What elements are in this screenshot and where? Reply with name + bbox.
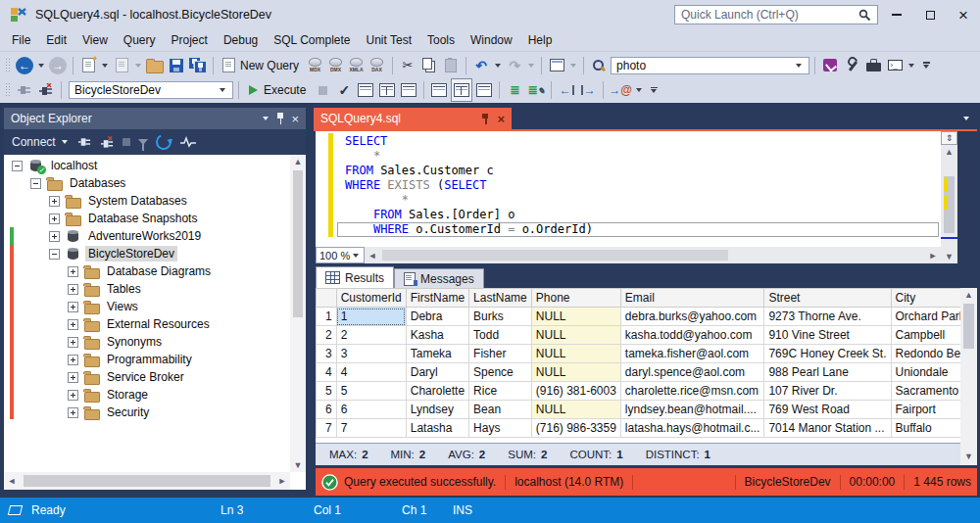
window-layout-button[interactable] (547, 55, 566, 76)
grid-cell[interactable]: Lyndsey (406, 401, 468, 419)
grid-cell[interactable]: Uniondale (891, 363, 960, 382)
grid-cell[interactable]: Kasha (406, 326, 468, 345)
tree-item-views[interactable]: Views (4, 298, 290, 315)
tab-sqlquery4[interactable]: SQLQuery4.sql × (314, 108, 512, 129)
grid-cell[interactable]: 107 River Dr. (764, 382, 891, 401)
toolbar-dmx-query-button[interactable]: DMX (325, 55, 346, 76)
database-combo[interactable]: BicycleStoreDev (69, 81, 233, 99)
comment-button[interactable]: ≣ (505, 79, 524, 101)
scroll-up-icon[interactable]: ▲ (941, 145, 957, 159)
tree-item-adventureworks2019[interactable]: AdventureWorks2019 (4, 227, 290, 245)
column-header-city[interactable]: City (891, 289, 960, 308)
menu-item-project[interactable]: Project (164, 30, 216, 50)
toolbar-xmla-query-button[interactable]: XMLA (346, 55, 367, 76)
grid-cell[interactable]: NULL (531, 345, 620, 363)
results-to-text-button[interactable] (429, 79, 449, 101)
tree-item-programmability[interactable]: Programmability (4, 351, 290, 368)
column-header-phone[interactable]: Phone (531, 289, 620, 308)
grid-cell[interactable]: (716) 986-3359 (531, 419, 620, 438)
row-number-cell[interactable]: 5 (317, 382, 337, 401)
column-header-customerid[interactable]: CustomerId (336, 289, 406, 308)
scroll-down-icon[interactable]: ▼ (960, 450, 977, 463)
expand-icon[interactable] (68, 355, 78, 365)
row-number-cell[interactable]: 1 (317, 308, 337, 326)
grid-cell[interactable]: Latasha (406, 419, 468, 438)
column-header-email[interactable]: Email (620, 289, 764, 308)
new-project-button[interactable]: ✦ (78, 55, 98, 76)
execute-button[interactable]: Execute (244, 79, 311, 101)
expand-icon[interactable] (68, 337, 78, 348)
query-options-button[interactable] (377, 79, 397, 101)
grid-cell[interactable]: Hays (469, 419, 532, 438)
tree-item-database-snapshots[interactable]: Database Snapshots (4, 210, 290, 227)
expand-icon[interactable] (49, 214, 60, 224)
menu-item-debug[interactable]: Debug (216, 30, 266, 50)
grid-cell[interactable]: 769 West Road (764, 401, 891, 419)
expand-icon[interactable] (49, 196, 60, 207)
grid-cell[interactable]: Redondo Be (891, 345, 960, 363)
grid-cell[interactable]: Todd (469, 326, 532, 345)
parse-button[interactable]: ✓ (334, 79, 354, 101)
tree-item-tables[interactable]: Tables (4, 280, 290, 298)
grid-cell[interactable]: 769C Honey Creek St. (764, 345, 891, 363)
grid-cell[interactable]: Orchard Park (891, 308, 960, 326)
tree-horizontal-scrollbar[interactable]: ◄ ► (4, 472, 290, 490)
grid-cell[interactable]: Fisher (469, 345, 532, 363)
back-dropdown-icon[interactable] (38, 64, 44, 68)
add-item-dropdown-icon[interactable] (135, 64, 141, 68)
tree-item-database-diagrams[interactable]: Database Diagrams (4, 262, 290, 280)
grid-cell[interactable]: 910 Vine Street (764, 326, 891, 345)
grid-cell[interactable]: charolette.rice@msn.com (620, 382, 764, 401)
menu-item-sql-complete[interactable]: SQL Complete (266, 30, 358, 50)
connect-button[interactable] (15, 79, 34, 101)
zoom-combo[interactable]: 100 % (316, 247, 365, 263)
grid-cell[interactable]: Debra (406, 308, 468, 326)
activity-monitor-icon[interactable] (179, 136, 197, 148)
grid-cell[interactable]: Buffalo (891, 419, 960, 438)
maximize-button[interactable] (913, 0, 947, 29)
grid-cell[interactable]: Spence (469, 363, 532, 382)
tree-item-security[interactable]: Security (4, 404, 290, 421)
grid-cell[interactable]: Tameka (406, 345, 468, 363)
grid-cell[interactable]: 7014 Manor Station ... (764, 419, 891, 438)
toolbar-overflow-button[interactable] (921, 62, 931, 69)
grid-cell[interactable]: daryl.spence@aol.com (620, 363, 764, 382)
open-file-button[interactable] (145, 55, 165, 76)
undo-button[interactable]: ↶ (471, 55, 491, 76)
command-window-button[interactable] (885, 55, 905, 76)
toolbar-grip[interactable] (5, 82, 10, 98)
row-number-cell[interactable]: 6 (317, 401, 337, 419)
results-to-file-button[interactable] (474, 79, 494, 101)
grid-cell[interactable]: Daryl (406, 363, 468, 382)
navigate-back-button[interactable]: ← (15, 55, 34, 76)
grid-cell[interactable]: 988 Pearl Lane (764, 363, 891, 382)
quick-launch-input[interactable]: Quick Launch (Ctrl+Q) (674, 5, 878, 24)
grid-cell[interactable]: Campbell (891, 326, 960, 345)
expand-icon[interactable] (68, 319, 78, 330)
filter-icon[interactable] (138, 139, 148, 145)
expand-icon[interactable] (49, 231, 60, 242)
scroll-thumb[interactable] (293, 170, 303, 317)
close-button[interactable]: × (947, 0, 980, 29)
undo-dropdown-icon[interactable] (495, 64, 501, 68)
expand-icon[interactable] (68, 302, 78, 312)
scroll-up-icon[interactable]: ▲ (290, 155, 306, 168)
redo-button[interactable]: ↷ (505, 55, 524, 76)
grid-cell[interactable]: lyndsey.bean@hotmail.... (620, 401, 764, 419)
tree-item-synonyms[interactable]: Synonyms (4, 333, 290, 351)
grid-cell[interactable]: 6 (336, 401, 406, 419)
expand-icon[interactable] (68, 266, 78, 277)
save-all-button[interactable] (188, 55, 208, 76)
find-button[interactable] (589, 55, 609, 76)
sql-complete-button[interactable]: →@ (609, 79, 632, 101)
tab-results[interactable]: Results (316, 266, 394, 288)
close-icon[interactable]: × (497, 112, 505, 126)
layout-dropdown-icon[interactable] (570, 64, 576, 68)
grid-cell[interactable]: NULL (531, 326, 620, 345)
tree-item-external-resources[interactable]: External Resources (4, 315, 290, 333)
menu-item-window[interactable]: Window (463, 30, 520, 50)
tree-item-system-databases[interactable]: System Databases (4, 192, 290, 210)
editor-horizontal-scrollbar[interactable]: ◄ ► (365, 247, 941, 263)
sql-complete-dropdown-icon[interactable] (636, 88, 642, 92)
expand-icon[interactable] (68, 407, 78, 418)
